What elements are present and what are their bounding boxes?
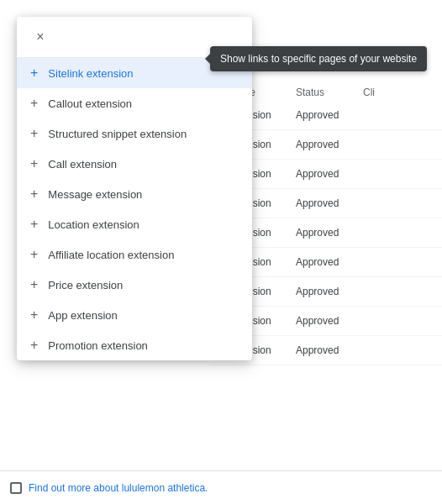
tooltip: Show links to specific pages of your web… xyxy=(210,46,427,71)
dropdown-item-structured-snippet[interactable]: + Structured snippet extension xyxy=(17,118,252,149)
dropdown-item-call[interactable]: + Call extension xyxy=(17,149,252,179)
plus-icon: + xyxy=(30,127,38,140)
dropdown-item-location[interactable]: + Location extension xyxy=(17,209,252,239)
close-button[interactable]: × xyxy=(30,27,50,47)
dropdown-item-label: Structured snippet extension xyxy=(48,128,187,140)
dropdown-item-label: Affiliate location extension xyxy=(48,249,174,261)
plus-icon: + xyxy=(30,248,38,261)
dropdown-item-label: Price extension xyxy=(48,279,123,291)
plus-icon: + xyxy=(30,308,38,322)
bottom-bar: Find out more about lululemon athletica. xyxy=(0,470,442,504)
dropdown-item-app[interactable]: + App extension xyxy=(17,300,252,330)
plus-icon: + xyxy=(30,97,38,110)
dropdown-item-price[interactable]: + Price extension xyxy=(17,270,252,300)
dropdown-item-promotion[interactable]: + Promotion extension xyxy=(17,330,252,360)
col-header-cli: Cli xyxy=(363,87,432,98)
plus-icon: + xyxy=(30,218,38,231)
dropdown-item-label: Promotion extension xyxy=(48,339,148,352)
plus-icon: + xyxy=(30,187,38,201)
plus-icon: + xyxy=(30,157,38,171)
bottom-link[interactable]: Find out more about lululemon athletica. xyxy=(29,482,208,494)
dropdown-item-label: Call extension xyxy=(48,158,117,171)
dropdown-item-callout[interactable]: + Callout extension xyxy=(17,88,252,118)
plus-icon: + xyxy=(30,66,38,80)
dropdown-item-label: Sitelink extension xyxy=(48,67,133,80)
dropdown-item-label: Location extension xyxy=(48,218,139,231)
dropdown-item-message[interactable]: + Message extension xyxy=(17,179,252,209)
plus-icon: + xyxy=(30,339,38,352)
col-header-status: Status xyxy=(296,87,363,98)
dropdown-item-affiliate-location[interactable]: + Affiliate location extension xyxy=(17,239,252,270)
plus-icon: + xyxy=(30,278,38,291)
dropdown-item-label: Message extension xyxy=(48,188,142,201)
bottom-checkbox[interactable] xyxy=(10,482,22,494)
dropdown-item-label: App extension xyxy=(48,309,117,322)
dropdown-item-label: Callout extension xyxy=(48,97,132,110)
